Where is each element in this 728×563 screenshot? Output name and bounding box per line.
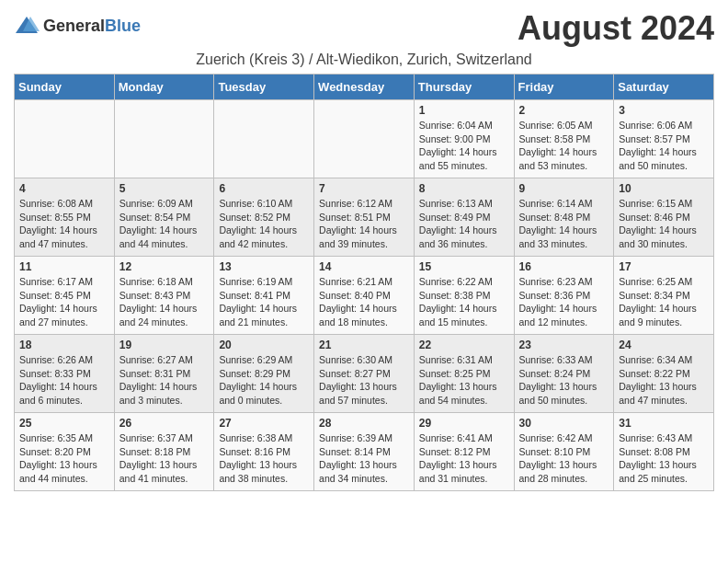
calendar-cell: 4Sunrise: 6:08 AM Sunset: 8:55 PM Daylig…: [15, 178, 115, 257]
calendar-cell: 30Sunrise: 6:42 AM Sunset: 8:10 PM Dayli…: [514, 413, 614, 491]
calendar-cell: 19Sunrise: 6:27 AM Sunset: 8:31 PM Dayli…: [114, 335, 214, 413]
calendar-cell: [114, 100, 214, 178]
day-number: 12: [119, 260, 210, 273]
calendar-cell: 8Sunrise: 6:13 AM Sunset: 8:49 PM Daylig…: [414, 178, 514, 257]
day-number: 7: [319, 182, 409, 195]
calendar-cell: 16Sunrise: 6:23 AM Sunset: 8:36 PM Dayli…: [514, 257, 614, 335]
header: GeneralBlue August 2024: [14, 9, 714, 48]
day-number: 19: [119, 339, 210, 351]
subtitle: Zuerich (Kreis 3) / Alt-Wiedikon, Zurich…: [14, 52, 714, 68]
logo-icon: [14, 13, 40, 39]
day-number: 28: [319, 417, 409, 430]
day-info: Sunrise: 6:14 AM Sunset: 8:48 PM Dayligh…: [519, 197, 609, 251]
day-number: 4: [19, 182, 109, 195]
day-number: 31: [619, 417, 709, 430]
calendar-cell: 10Sunrise: 6:15 AM Sunset: 8:46 PM Dayli…: [614, 178, 714, 257]
calendar-cell: 15Sunrise: 6:22 AM Sunset: 8:38 PM Dayli…: [414, 257, 514, 335]
day-header-friday: Friday: [514, 75, 614, 100]
calendar-cell: 13Sunrise: 6:19 AM Sunset: 8:41 PM Dayli…: [214, 257, 314, 335]
calendar-cell: 9Sunrise: 6:14 AM Sunset: 8:48 PM Daylig…: [514, 178, 614, 257]
day-number: 13: [219, 260, 309, 273]
day-number: 20: [219, 339, 309, 351]
day-number: 29: [419, 417, 509, 430]
title-area: August 2024: [518, 9, 714, 48]
day-info: Sunrise: 6:27 AM Sunset: 8:31 PM Dayligh…: [119, 353, 210, 408]
day-number: 25: [19, 417, 109, 430]
day-number: 3: [619, 104, 709, 117]
day-info: Sunrise: 6:35 AM Sunset: 8:20 PM Dayligh…: [19, 431, 109, 486]
day-number: 10: [619, 182, 709, 195]
day-info: Sunrise: 6:18 AM Sunset: 8:43 PM Dayligh…: [119, 275, 210, 329]
day-number: 26: [119, 417, 210, 430]
day-number: 6: [219, 182, 309, 195]
calendar-cell: 22Sunrise: 6:31 AM Sunset: 8:25 PM Dayli…: [414, 335, 514, 413]
day-number: 2: [519, 104, 609, 117]
day-number: 22: [419, 339, 509, 351]
day-header-wednesday: Wednesday: [314, 75, 415, 100]
day-info: Sunrise: 6:10 AM Sunset: 8:52 PM Dayligh…: [219, 197, 309, 251]
day-header-saturday: Saturday: [614, 75, 714, 100]
day-info: Sunrise: 6:08 AM Sunset: 8:55 PM Dayligh…: [19, 197, 109, 251]
day-header-thursday: Thursday: [414, 75, 514, 100]
calendar-cell: 12Sunrise: 6:18 AM Sunset: 8:43 PM Dayli…: [114, 257, 214, 335]
week-row-5: 25Sunrise: 6:35 AM Sunset: 8:20 PM Dayli…: [15, 413, 714, 491]
main-title: August 2024: [518, 9, 714, 48]
day-number: 18: [19, 339, 109, 351]
day-info: Sunrise: 6:05 AM Sunset: 8:58 PM Dayligh…: [519, 119, 609, 173]
day-number: 23: [519, 339, 609, 351]
week-row-2: 4Sunrise: 6:08 AM Sunset: 8:55 PM Daylig…: [15, 178, 714, 257]
day-header-sunday: Sunday: [15, 75, 115, 100]
logo-blue: Blue: [105, 17, 141, 35]
calendar-cell: 3Sunrise: 6:06 AM Sunset: 8:57 PM Daylig…: [614, 100, 714, 178]
day-info: Sunrise: 6:17 AM Sunset: 8:45 PM Dayligh…: [19, 275, 109, 329]
day-info: Sunrise: 6:38 AM Sunset: 8:16 PM Dayligh…: [219, 431, 309, 486]
day-number: 27: [219, 417, 309, 430]
calendar-cell: 23Sunrise: 6:33 AM Sunset: 8:24 PM Dayli…: [514, 335, 614, 413]
week-row-1: 1Sunrise: 6:04 AM Sunset: 9:00 PM Daylig…: [15, 100, 714, 178]
day-number: 15: [419, 260, 509, 273]
day-info: Sunrise: 6:06 AM Sunset: 8:57 PM Dayligh…: [619, 119, 709, 173]
day-number: 14: [319, 260, 409, 273]
calendar-cell: 28Sunrise: 6:39 AM Sunset: 8:14 PM Dayli…: [314, 413, 415, 491]
day-info: Sunrise: 6:29 AM Sunset: 8:29 PM Dayligh…: [219, 353, 309, 408]
day-number: 17: [619, 260, 709, 273]
header-row: SundayMondayTuesdayWednesdayThursdayFrid…: [15, 75, 714, 100]
day-info: Sunrise: 6:04 AM Sunset: 9:00 PM Dayligh…: [419, 119, 509, 173]
week-row-3: 11Sunrise: 6:17 AM Sunset: 8:45 PM Dayli…: [15, 257, 714, 335]
calendar-table: SundayMondayTuesdayWednesdayThursdayFrid…: [14, 74, 714, 491]
calendar-cell: 26Sunrise: 6:37 AM Sunset: 8:18 PM Dayli…: [114, 413, 214, 491]
day-number: 30: [519, 417, 609, 430]
day-info: Sunrise: 6:21 AM Sunset: 8:40 PM Dayligh…: [319, 275, 409, 329]
calendar-cell: 5Sunrise: 6:09 AM Sunset: 8:54 PM Daylig…: [114, 178, 214, 257]
day-info: Sunrise: 6:43 AM Sunset: 8:08 PM Dayligh…: [619, 431, 709, 486]
day-info: Sunrise: 6:41 AM Sunset: 8:12 PM Dayligh…: [419, 431, 509, 486]
day-info: Sunrise: 6:25 AM Sunset: 8:34 PM Dayligh…: [619, 275, 709, 329]
week-row-4: 18Sunrise: 6:26 AM Sunset: 8:33 PM Dayli…: [15, 335, 714, 413]
day-info: Sunrise: 6:19 AM Sunset: 8:41 PM Dayligh…: [219, 275, 309, 329]
calendar-cell: 7Sunrise: 6:12 AM Sunset: 8:51 PM Daylig…: [314, 178, 415, 257]
day-info: Sunrise: 6:09 AM Sunset: 8:54 PM Dayligh…: [119, 197, 210, 251]
day-info: Sunrise: 6:33 AM Sunset: 8:24 PM Dayligh…: [519, 353, 609, 408]
day-info: Sunrise: 6:15 AM Sunset: 8:46 PM Dayligh…: [619, 197, 709, 251]
calendar-cell: [314, 100, 415, 178]
calendar-cell: 18Sunrise: 6:26 AM Sunset: 8:33 PM Dayli…: [15, 335, 115, 413]
calendar-cell: 14Sunrise: 6:21 AM Sunset: 8:40 PM Dayli…: [314, 257, 415, 335]
calendar-cell: 1Sunrise: 6:04 AM Sunset: 9:00 PM Daylig…: [414, 100, 514, 178]
calendar-cell: [214, 100, 314, 178]
day-info: Sunrise: 6:34 AM Sunset: 8:22 PM Dayligh…: [619, 353, 709, 408]
day-number: 11: [19, 260, 109, 273]
calendar-cell: 24Sunrise: 6:34 AM Sunset: 8:22 PM Dayli…: [614, 335, 714, 413]
day-info: Sunrise: 6:42 AM Sunset: 8:10 PM Dayligh…: [519, 431, 609, 486]
day-header-monday: Monday: [114, 75, 214, 100]
day-info: Sunrise: 6:12 AM Sunset: 8:51 PM Dayligh…: [319, 197, 409, 251]
day-info: Sunrise: 6:26 AM Sunset: 8:33 PM Dayligh…: [19, 353, 109, 408]
logo-general: General: [43, 17, 105, 35]
calendar-cell: 21Sunrise: 6:30 AM Sunset: 8:27 PM Dayli…: [314, 335, 415, 413]
day-number: 16: [519, 260, 609, 273]
calendar-cell: 6Sunrise: 6:10 AM Sunset: 8:52 PM Daylig…: [214, 178, 314, 257]
calendar-cell: 29Sunrise: 6:41 AM Sunset: 8:12 PM Dayli…: [414, 413, 514, 491]
day-info: Sunrise: 6:30 AM Sunset: 8:27 PM Dayligh…: [319, 353, 409, 408]
day-info: Sunrise: 6:22 AM Sunset: 8:38 PM Dayligh…: [419, 275, 509, 329]
day-header-tuesday: Tuesday: [214, 75, 314, 100]
calendar-cell: 25Sunrise: 6:35 AM Sunset: 8:20 PM Dayli…: [15, 413, 115, 491]
